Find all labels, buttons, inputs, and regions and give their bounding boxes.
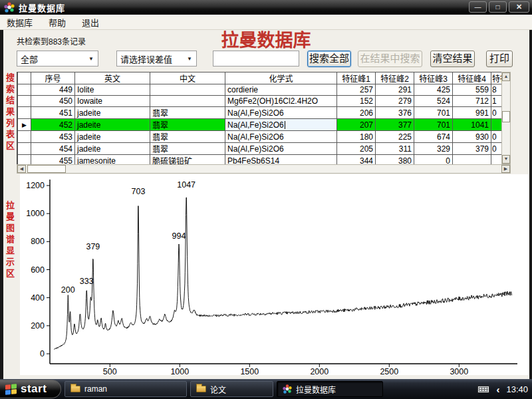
maximize-button[interactable]: □ xyxy=(489,1,507,13)
cell-chinese[interactable]: 脆硫锑铅矿 xyxy=(150,155,225,165)
chevron-down-icon[interactable]: ▼ xyxy=(88,56,94,62)
cell-peak4[interactable]: 379 xyxy=(453,143,491,155)
cell-no[interactable]: 455 xyxy=(31,155,75,165)
table-row[interactable]: 453jadeite翡翠Na(Al,Fe)Si2O61802256749300 xyxy=(18,131,502,143)
header-chinese[interactable]: 中文 xyxy=(150,72,225,84)
error-combobox[interactable]: 请选择误差值 ▼ xyxy=(116,51,197,66)
cell-formula[interactable]: Na(Al,Fe)Si2O6 xyxy=(225,131,337,143)
menu-database[interactable]: 数据库 xyxy=(7,16,33,29)
cell-peak4[interactable]: 1041 xyxy=(453,119,491,131)
cell-peak3[interactable]: 701 xyxy=(414,107,453,119)
clear-results-button[interactable]: 清空结果 xyxy=(430,51,475,67)
cell-english[interactable]: Iolite xyxy=(75,84,150,96)
cell-peak1[interactable]: 152 xyxy=(337,96,376,107)
search-all-button[interactable]: 搜索全部 xyxy=(307,51,351,67)
cell-english[interactable]: jadeite xyxy=(75,107,150,119)
cell-peak5[interactable] xyxy=(491,119,502,131)
tray-expand-chevron-icon[interactable]: ‹ xyxy=(496,384,499,394)
cell-chinese[interactable]: 翡翠 xyxy=(150,107,225,119)
cell-peak1[interactable]: 207 xyxy=(337,119,376,131)
table-row[interactable]: ▶452jadeite翡翠Na(Al,Fe)Si2O62073777011041 xyxy=(18,119,502,131)
horizontal-scroll-thumb[interactable] xyxy=(27,165,66,173)
table-row[interactable]: 450IowaiteMg6Fe2(OH)16Cl2.4H2O1522795247… xyxy=(18,96,502,107)
cell-peak5[interactable] xyxy=(491,155,502,165)
cell-peak1[interactable]: 205 xyxy=(337,143,376,155)
table-row[interactable]: 455jamesonite脆硫锑铅矿Pb4FeSb6S143443800 xyxy=(18,155,502,165)
header-peak4[interactable]: 特征峰4 xyxy=(453,72,491,84)
cell-peak2[interactable]: 225 xyxy=(376,131,414,143)
header-peak3[interactable]: 特征峰3 xyxy=(414,72,453,84)
header-no[interactable]: 序号 xyxy=(31,72,75,84)
cell-formula[interactable]: cordierie xyxy=(225,84,337,96)
cell-no[interactable]: 453 xyxy=(31,131,75,143)
search-input[interactable] xyxy=(213,51,299,66)
start-button[interactable]: start xyxy=(0,380,61,398)
cell-peak3[interactable]: 0 xyxy=(414,155,453,165)
table-horizontal-scrollbar[interactable]: ◀ ▶ xyxy=(17,164,511,174)
cell-no[interactable]: 454 xyxy=(31,143,75,155)
cell-formula[interactable]: Mg6Fe2(OH)16Cl2.4H2O xyxy=(225,96,337,107)
cell-english[interactable]: jamesonite xyxy=(75,155,150,165)
cell-chinese[interactable] xyxy=(150,96,225,107)
table-row[interactable]: 451jadeite翡翠Na(Al,Fe)Si2O62063767019910 xyxy=(18,107,502,119)
cell-peak3[interactable]: 524 xyxy=(414,96,453,107)
taskbar-item-3[interactable]: 拉曼数据库 xyxy=(277,381,383,397)
cell-peak5[interactable]: 1 xyxy=(491,96,502,107)
cell-peak2[interactable]: 291 xyxy=(376,84,414,96)
scroll-left-button[interactable]: ◀ xyxy=(17,165,26,173)
taskbar-item-2[interactable]: 论文 xyxy=(190,381,273,397)
cell-peak3[interactable]: 425 xyxy=(414,84,453,96)
cell-peak3[interactable]: 674 xyxy=(414,131,453,143)
cell-no[interactable]: 450 xyxy=(31,96,75,107)
cell-no[interactable]: 452 xyxy=(31,119,75,131)
cell-formula[interactable]: Na(Al,Fe)Si2O6 xyxy=(225,107,337,119)
cell-peak4[interactable] xyxy=(453,155,491,165)
scroll-down-button[interactable]: ▼ xyxy=(502,155,510,164)
table-vertical-scrollbar[interactable]: ▲ ▼ xyxy=(501,72,511,164)
header-english[interactable]: 英文 xyxy=(75,72,150,84)
vertical-scroll-thumb[interactable] xyxy=(502,111,510,122)
menu-help[interactable]: 帮助 xyxy=(49,16,66,29)
cell-peak1[interactable]: 257 xyxy=(337,84,376,96)
cell-peak3[interactable]: 701 xyxy=(414,119,453,131)
row-marker[interactable] xyxy=(18,143,31,155)
row-marker[interactable] xyxy=(18,131,31,143)
row-marker[interactable]: ▶ xyxy=(18,119,31,131)
table-row[interactable]: 449Iolitecordierie2572914255598 xyxy=(18,84,502,96)
cell-peak2[interactable]: 279 xyxy=(376,96,414,107)
cell-formula[interactable]: Na(Al,Fe)Si2O6 xyxy=(225,143,337,155)
cell-no[interactable]: 451 xyxy=(31,107,75,119)
cell-peak2[interactable]: 377 xyxy=(376,119,414,131)
cell-peak2[interactable]: 376 xyxy=(376,107,414,119)
cell-peak1[interactable]: 206 xyxy=(337,107,376,119)
scroll-right-button[interactable]: ▶ xyxy=(501,165,510,173)
cell-peak5[interactable]: 0 xyxy=(491,143,502,155)
close-button[interactable]: ✕ xyxy=(509,1,529,13)
cell-english[interactable]: Iowaite xyxy=(75,96,150,107)
cell-peak1[interactable]: 180 xyxy=(337,131,376,143)
category-combobox[interactable]: 全部 ▼ xyxy=(17,51,98,66)
row-marker[interactable] xyxy=(18,155,31,165)
header-formula[interactable]: 化学式 xyxy=(225,72,337,84)
cell-english[interactable]: jadeite xyxy=(75,131,150,143)
header-peak1[interactable]: 特征峰1 xyxy=(337,72,376,84)
cell-peak3[interactable]: 329 xyxy=(414,143,453,155)
minimize-button[interactable]: — xyxy=(469,1,487,13)
taskbar-item-1[interactable]: raman xyxy=(65,381,187,397)
cell-chinese[interactable]: 翡翠 xyxy=(150,131,225,143)
cell-peak4[interactable]: 991 xyxy=(453,107,491,119)
table-row[interactable]: 454jadeite翡翠Na(Al,Fe)Si2O62053113293790 xyxy=(18,143,502,155)
cell-formula[interactable]: Pb4FeSb6S14 xyxy=(225,155,337,165)
cell-chinese[interactable] xyxy=(150,84,225,96)
print-button[interactable]: 打印 xyxy=(486,51,513,67)
menu-exit[interactable]: 退出 xyxy=(82,16,99,29)
cell-english[interactable]: jadeite xyxy=(75,119,150,131)
cell-chinese[interactable]: 翡翠 xyxy=(150,143,225,155)
cell-formula[interactable]: Na(Al,Fe)Si2O6 xyxy=(225,119,337,131)
cell-peak2[interactable]: 311 xyxy=(376,143,414,155)
cell-peak4[interactable]: 712 xyxy=(453,96,491,107)
chevron-down-icon[interactable]: ▼ xyxy=(187,56,192,62)
row-marker[interactable] xyxy=(18,107,31,119)
cell-no[interactable]: 449 xyxy=(31,84,75,96)
header-peak5[interactable]: 特征峰5 xyxy=(491,72,502,84)
